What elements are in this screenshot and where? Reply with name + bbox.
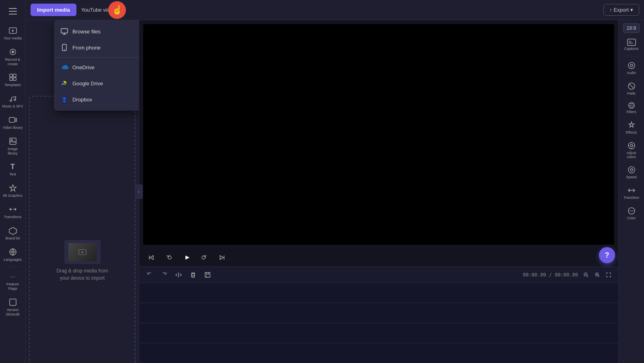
from-phone-label: From phone (72, 45, 101, 51)
sidebar-item-label: Text (9, 172, 16, 177)
right-panel-effects[interactable]: Effects (620, 118, 643, 137)
split-button[interactable] (173, 269, 184, 280)
preview-area: 00:00.00 / 00:00.00 (139, 20, 618, 363)
right-panel-audio[interactable]: Audio (620, 59, 643, 78)
from-phone-item[interactable]: From phone (54, 39, 139, 56)
media-panel: Browse files From phone (26, 20, 139, 363)
sidebar-item-feature-flags[interactable]: ··· Feature Flags (1, 269, 25, 293)
svg-point-39 (628, 167, 635, 173)
sidebar-item-label: Record & create (5, 58, 21, 66)
svg-rect-12 (9, 118, 15, 122)
sidebar-item-text[interactable]: T Text (1, 159, 25, 179)
svg-rect-24 (205, 272, 210, 277)
redo-button[interactable] (158, 269, 170, 280)
graphics-icon (8, 183, 18, 193)
sidebar-item-label: Transitions (4, 215, 22, 219)
right-panel-label: Fade (627, 91, 636, 96)
thumb-inner (68, 243, 97, 261)
image-library-icon (8, 136, 18, 146)
svg-point-29 (630, 64, 633, 67)
delete-button[interactable] (187, 269, 199, 280)
sidebar-item-templates[interactable]: Templates (1, 70, 25, 90)
svg-rect-27 (628, 39, 636, 45)
sidebar-item-languages[interactable]: Languages (1, 245, 25, 264)
forward-button[interactable] (199, 252, 210, 263)
sidebar-item-label: Image library (8, 147, 18, 156)
export-button[interactable]: ↑ Export ▾ (603, 4, 639, 16)
onedrive-icon (60, 63, 68, 71)
svg-point-23 (202, 256, 205, 259)
onedrive-label: OneDrive (72, 64, 95, 70)
hamburger-button[interactable] (5, 3, 21, 19)
right-panel-filters[interactable]: Filters (620, 99, 643, 117)
right-panel-fade[interactable]: Fade (620, 79, 643, 98)
sidebar-item-version[interactable]: Version 2b2ecd6 (1, 295, 25, 319)
svg-line-31 (629, 84, 634, 89)
rewind-button[interactable] (163, 252, 175, 263)
right-panel-adjust-colors[interactable]: Adjust colors (620, 139, 643, 161)
onedrive-item[interactable]: OneDrive (54, 59, 139, 75)
google-drive-item[interactable]: Google Drive (54, 75, 139, 91)
video-preview (143, 24, 614, 245)
svg-rect-8 (10, 78, 12, 80)
text-icon: T (8, 162, 18, 171)
svg-rect-18 (61, 29, 68, 33)
undo-button[interactable] (144, 269, 155, 280)
your-media-icon (8, 26, 18, 35)
sidebar-item-brand-kit[interactable]: Brand kit (1, 223, 25, 243)
fit-to-view-button[interactable] (604, 270, 613, 280)
skip-to-start-button[interactable] (146, 252, 157, 263)
sidebar-item-graphics[interactable]: 88 Graphics (1, 181, 25, 200)
import-media-button[interactable]: Import media (31, 4, 76, 16)
svg-rect-1 (9, 11, 17, 12)
cursor-overlay: ☝ (108, 1, 126, 19)
import-dropdown-menu: Browse files From phone (54, 20, 139, 111)
collapse-panel-handle[interactable]: ‹ (135, 184, 143, 199)
sidebar-item-label: Your media (4, 36, 22, 41)
zoom-out-button[interactable] (581, 270, 591, 280)
help-icon: ? (605, 251, 609, 260)
more-icon: ··· (8, 272, 18, 281)
speed-icon (627, 165, 636, 174)
sidebar-item-label: 88 Graphics (3, 194, 23, 198)
sidebar-item-label: Video library (3, 126, 23, 130)
sidebar-item-record[interactable]: Record & create (1, 45, 25, 69)
svg-rect-13 (10, 138, 16, 144)
hand-cursor-icon: ☝ (112, 5, 123, 15)
timeline-area: 00:00.00 / 00:00.00 (139, 266, 618, 363)
right-panel-speed[interactable]: Speed (620, 163, 643, 182)
help-button[interactable]: ? (599, 247, 615, 263)
dropbox-item[interactable]: Dropbox (54, 91, 139, 107)
effects-icon (628, 121, 636, 130)
play-button[interactable] (181, 252, 192, 263)
zoom-in-button[interactable] (593, 270, 602, 280)
sidebar-item-label: Brand kit (6, 236, 20, 241)
sidebar-item-music-sfx[interactable]: Music & SFX (1, 91, 25, 111)
svg-point-28 (628, 62, 635, 69)
brand-icon (8, 226, 18, 235)
media-drop-zone[interactable]: 🤚 Drag & drop media from your device to … (29, 96, 136, 363)
svg-rect-6 (10, 74, 12, 77)
music-icon (8, 94, 18, 103)
skip-to-end-button[interactable] (216, 252, 228, 263)
save-button[interactable] (202, 269, 213, 280)
right-panel-color[interactable]: Color (620, 204, 643, 223)
svg-rect-2 (9, 14, 17, 14)
captions-icon (627, 39, 636, 46)
right-panel: 16:9 Captions Audio (618, 20, 644, 363)
svg-point-11 (14, 99, 16, 101)
media-thumbnail (64, 240, 101, 264)
adjust-colors-icon (627, 141, 636, 150)
svg-point-20 (64, 49, 65, 50)
sidebar-item-video-library[interactable]: Video library (1, 113, 25, 132)
sidebar-divider (5, 266, 21, 267)
browse-files-item[interactable]: Browse files (54, 23, 139, 39)
sidebar-item-image-library[interactable]: Image library (1, 134, 25, 158)
right-panel-captions[interactable]: Captions (620, 36, 643, 54)
aspect-ratio-badge[interactable]: 16:9 (623, 23, 640, 33)
dropbox-icon (60, 95, 68, 103)
sidebar-item-transitions[interactable]: Transitions (1, 202, 25, 222)
right-panel-transition[interactable]: Transition (620, 184, 643, 202)
record-icon (8, 47, 18, 57)
sidebar-item-your-media[interactable]: Your media (1, 23, 25, 43)
